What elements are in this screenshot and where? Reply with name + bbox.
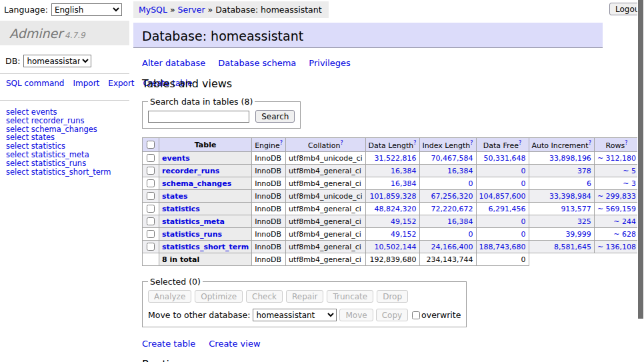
row-checkbox-states[interactable]	[147, 192, 155, 200]
row-checkbox-statistics_meta[interactable]	[147, 217, 155, 225]
sidebar-link-sql-command[interactable]: SQL command	[6, 79, 64, 88]
index-length-link[interactable]: 16,384	[447, 167, 473, 175]
auto-increment-link[interactable]: 8,581,645	[554, 243, 591, 251]
link-privileges[interactable]: Privileges	[309, 58, 351, 68]
column-header-index-length: Index Length?	[419, 138, 476, 152]
overwrite-label[interactable]: overwrite	[421, 310, 461, 320]
rows-count-link[interactable]: ~ 312,180	[597, 154, 636, 163]
table-name-link-events[interactable]: events	[162, 154, 190, 163]
link-database-schema[interactable]: Database schema	[218, 58, 296, 68]
data-free-link[interactable]: 0	[521, 179, 526, 188]
index-length-link[interactable]: 72,220,672	[431, 205, 473, 213]
data-free-link[interactable]: 50,331,648	[484, 154, 526, 163]
copy-button[interactable]: Copy	[376, 309, 408, 321]
rows-count-link[interactable]: ~ 3	[623, 179, 636, 188]
scrollbar-thumb[interactable]	[638, 0, 643, 319]
index-length-link[interactable]: 67,256,320	[431, 192, 473, 201]
breadcrumb-item[interactable]: Server	[178, 5, 205, 15]
data-length-link[interactable]: 49,152	[391, 217, 417, 226]
data-free-link[interactable]: 0	[521, 167, 526, 175]
table-name-link-statistics_runs[interactable]: statistics_runs	[162, 230, 222, 239]
index-length-link[interactable]: 16,384	[447, 217, 473, 226]
search-input[interactable]	[148, 111, 249, 123]
link-create-table[interactable]: Create table	[142, 339, 195, 349]
row-checkbox-recorder_runs[interactable]	[147, 167, 155, 175]
table-name-link-statistics_short_term[interactable]: statistics_short_term	[162, 243, 249, 251]
check-button[interactable]: Check	[246, 290, 283, 303]
data-length-link[interactable]: 48,824,320	[375, 205, 417, 213]
help-link[interactable]: ?	[589, 140, 591, 146]
index-length-link[interactable]: 0	[469, 179, 473, 188]
auto-increment-link[interactable]: 913,577	[561, 205, 591, 213]
optimize-button[interactable]: Optimize	[195, 290, 243, 303]
move-db-select[interactable]: homeassistant	[253, 309, 337, 321]
data-length-link[interactable]: 31,522,816	[375, 154, 417, 163]
db-select[interactable]: homeassistant	[23, 55, 91, 67]
table-row-statistics_short_term: statistics_short_termInnoDButf8mb4_gener…	[143, 241, 644, 253]
link-create-view[interactable]: Create view	[209, 339, 260, 349]
help-link[interactable]: ?	[470, 140, 473, 146]
row-checkbox-statistics_short_term[interactable]	[147, 243, 155, 251]
breadcrumb-item[interactable]: MySQL	[139, 5, 167, 15]
row-checkbox-statistics_runs[interactable]	[147, 230, 155, 238]
rows-count-link[interactable]: ~ 244	[613, 217, 636, 226]
table-name-link-statistics[interactable]: statistics	[162, 205, 200, 213]
select-all-checkbox[interactable]	[147, 141, 155, 149]
table-name-link-states[interactable]: states	[162, 192, 188, 201]
rows-count-link[interactable]: ~ 569,159	[597, 205, 636, 213]
search-button[interactable]: Search	[255, 110, 295, 123]
help-link[interactable]: ?	[625, 140, 627, 146]
repair-button[interactable]: Repair	[286, 290, 323, 303]
move-button[interactable]: Move	[339, 309, 373, 321]
help-link[interactable]: ?	[280, 140, 283, 146]
rows-count-link[interactable]: ~ 5	[623, 167, 636, 175]
index-length-link[interactable]: 24,166,400	[431, 243, 473, 251]
data-free-link[interactable]: 6,291,456	[489, 205, 526, 213]
auto-increment-link[interactable]: 378	[577, 167, 591, 175]
index-length-link[interactable]: 0	[469, 230, 473, 239]
sidebar-divider	[0, 100, 129, 101]
data-free-link[interactable]: 104,857,600	[479, 192, 526, 201]
link-alter-database[interactable]: Alter database	[142, 58, 205, 68]
row-checkbox-events[interactable]	[147, 154, 155, 162]
analyze-button[interactable]: Analyze	[148, 290, 191, 303]
tables-table: TableEngine?Collation?Data Length?Index …	[142, 137, 644, 266]
rows-count-link[interactable]: ~ 299,833	[597, 192, 636, 201]
data-length-cell: 48,824,320	[365, 203, 419, 215]
table-name-cell: statistics_runs	[159, 228, 252, 241]
row-checkbox-schema_changes[interactable]	[147, 179, 155, 187]
auto-increment-link[interactable]: 6	[587, 179, 591, 188]
auto-increment-link[interactable]: 39,999	[565, 230, 591, 239]
sidebar-link-export[interactable]: Export	[108, 79, 134, 88]
data-length-link[interactable]: 16,384	[391, 167, 417, 175]
truncate-button[interactable]: Truncate	[327, 290, 373, 303]
data-length-link[interactable]: 101,859,328	[370, 192, 417, 201]
data-free-link[interactable]: 0	[521, 217, 526, 226]
table-name-link-schema_changes[interactable]: schema_changes	[162, 179, 231, 188]
row-checkbox-statistics[interactable]	[147, 205, 155, 213]
data-length-link[interactable]: 16,384	[391, 179, 417, 188]
rows-count-link[interactable]: ~ 136,108	[597, 243, 636, 251]
data-free-link[interactable]: 0	[521, 230, 526, 239]
help-link[interactable]: ?	[413, 140, 416, 146]
overwrite-checkbox[interactable]	[412, 311, 420, 319]
data-length-link[interactable]: 10,502,144	[375, 243, 417, 251]
help-link[interactable]: ?	[340, 140, 343, 146]
auto-increment-link[interactable]: 33,398,984	[549, 192, 591, 201]
data-free-link[interactable]: 188,743,680	[479, 243, 526, 251]
auto-increment-link[interactable]: 325	[577, 217, 591, 226]
data-length-link[interactable]: 49,152	[391, 230, 417, 239]
app-version[interactable]: 4.7.9	[65, 31, 85, 40]
sidebar-link-import[interactable]: Import	[73, 79, 99, 88]
auto-increment-link[interactable]: 33,898,196	[549, 154, 591, 163]
rows-count-link[interactable]: ~ 628	[613, 230, 636, 239]
table-name-link-recorder_runs[interactable]: recorder_runs	[162, 167, 219, 175]
table-link-statistics_short_term[interactable]: statistics_short_term	[31, 167, 111, 177]
select-link-statistics_short_term[interactable]: select	[6, 167, 29, 177]
table-name-link-statistics_meta[interactable]: statistics_meta	[162, 217, 225, 226]
index-length-link[interactable]: 70,467,584	[431, 154, 473, 163]
index-length-cell: 67,256,320	[419, 190, 476, 203]
help-link[interactable]: ?	[519, 140, 521, 146]
drop-button[interactable]: Drop	[377, 290, 408, 303]
scrollbar-track[interactable]	[637, 0, 644, 362]
